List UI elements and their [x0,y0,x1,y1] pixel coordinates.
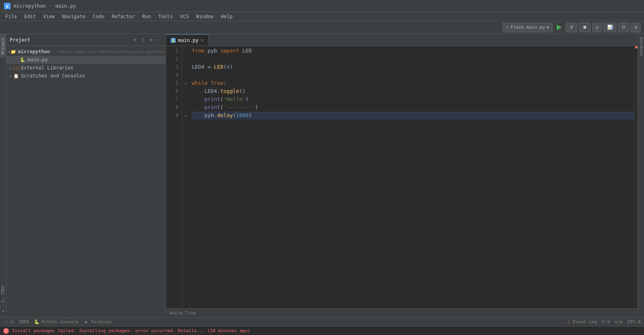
menu-bar: File Edit View Navigate Code Refactor Ru… [0,12,644,21]
gutter-4 [182,71,189,79]
ln-2: 2 [166,55,178,63]
menu-tools[interactable]: Tools [155,13,176,20]
favorites-tab[interactable]: ★ [0,306,6,317]
settings-small-btn[interactable]: ⚙ [148,37,154,43]
tree-root[interactable]: ▼ 📁 micropython C:\Users\Administrator\D… [6,48,166,56]
menu-view[interactable]: View [40,13,58,20]
project-title: Project [10,37,30,43]
title-bar: μ micropython – main.py [0,0,644,12]
gutter-6 [182,87,189,95]
ln-6: 6 [166,87,178,95]
stop-button[interactable]: ⏹ [579,23,591,32]
tree-ext-libs[interactable]: ▶ ||| External Libraries [6,64,166,72]
profile-button[interactable]: 📊 [604,23,617,32]
menu-window[interactable]: Window [193,13,217,20]
todo-tab[interactable]: ✓ 6: TODO [3,319,29,325]
project-panel: Project ⊕ | ⚙ – ▼ 📁 micropython C:\Users… [6,34,166,317]
code-line-2 [192,55,634,63]
code-content[interactable]: from pyb import LED LED4 = LED(4) while … [189,46,638,308]
tab-main-py[interactable]: 🐍 main.py × [166,34,209,46]
file-name: main.py [55,3,76,9]
tree-main-py[interactable]: 🐍 main.py [6,56,166,64]
scratches-chevron[interactable]: ▶ [8,73,13,78]
main-toolbar: ⚡ Flash main.py ▼ ⏸ ⏹ ◎ 📊 ⟳ ⚙ [0,21,644,34]
menu-vcs[interactable]: VCS [177,13,192,20]
terminal-tab[interactable]: ▶ Terminal [84,319,112,325]
menu-code[interactable]: Code [90,13,108,20]
tab-close-btn[interactable]: × [201,38,204,43]
structure-tab[interactable]: 6: TODO [0,282,6,306]
flash-label: Flash main.py [510,25,545,30]
position-text: 9:9 [602,319,610,325]
warning-icon: ! [3,328,9,334]
gutter-9[interactable]: ◁ [182,111,189,119]
gutter-1 [182,47,189,55]
code-line-8: print('--------') [192,103,634,111]
coverage-button[interactable]: ◎ [592,23,602,32]
ln-8: 8 [166,103,178,111]
menu-file[interactable]: File [2,13,20,20]
status-left: ✓ 6: TODO 🐍 Python Console ▶ Terminal [3,319,561,325]
ext-libs-label: External Libraries [21,65,73,71]
code-gutter: ◁ ◁ [182,46,189,308]
ln-9: 9 [166,111,178,119]
event-log-btn[interactable]: ⚠ Event Log [566,319,597,325]
search-everywhere[interactable]: ⟳ [618,23,629,32]
gutter-5[interactable]: ◁ [182,79,189,87]
database-tab[interactable]: Database [638,34,644,60]
line-numbers: 1 2 3 4 5 6 7 8 9 [166,46,182,308]
code-line-9: pyb.delay(1000) [192,111,634,119]
main-layout: Project 6: TODO ★ Project ⊕ | ⚙ – ▼ 📁 mi… [0,34,644,317]
ln-1: 1 [166,47,178,55]
scratches-icon: 📋 [13,73,19,79]
gutter-2 [182,55,189,63]
tab-label: main.py [178,38,199,43]
project-name: micropython [14,3,46,9]
code-line-7: print('Hello') [192,95,634,103]
error-message: Install packages failed: Installing pack… [12,328,250,333]
menu-navigate[interactable]: Navigate [59,13,89,20]
root-label: micropython [18,49,50,54]
terminal-icon: ▶ [84,319,89,325]
encoding-text: UTF-8 [627,319,641,325]
settings-button[interactable]: ⚙ [631,23,641,32]
root-path: C:\Users\Administrator\Desktop\micropyth… [52,49,164,54]
code-line-4 [192,71,634,79]
error-scroll-marker [635,46,638,48]
left-strip: Project 6: TODO ★ [0,34,6,317]
more-btn[interactable]: – [156,37,162,43]
tree-scratches[interactable]: ▶ 📋 Scratches and Consoles [6,72,166,80]
code-line-1: from pyb import LED [192,47,634,55]
play-icon [557,25,562,30]
event-log-label: Event Log [573,319,597,325]
flash-dropdown-icon: ▼ [547,25,549,29]
position-indicator: 9:9 [602,319,610,325]
file-chevron [15,57,19,62]
project-toolbar: ⊕ | ⚙ – [132,37,162,43]
ln-3: 3 [166,63,178,71]
menu-edit[interactable]: Edit [21,13,39,20]
pause-button[interactable]: ⏸ [566,23,577,32]
nav-text: n/a [615,319,623,325]
root-icon: 📁 [10,48,16,55]
encoding-indicator[interactable]: UTF-8 [627,319,641,325]
project-tab[interactable]: Project [0,34,6,58]
py-file-icon: 🐍 [19,57,26,63]
collapse-btn[interactable]: | [140,37,146,43]
status-right: ⚠ Event Log 9:9 n/a UTF-8 [566,319,641,325]
python-console-tab[interactable]: 🐍 Python Console [34,319,79,325]
menu-run[interactable]: Run [139,13,154,20]
code-line-5: while True: [192,79,634,87]
code-line-3: LED4 = LED(4) [192,63,634,71]
app-logo: μ [4,3,10,9]
menu-help[interactable]: Help [218,13,236,20]
nav-indicator: n/a [615,319,623,325]
terminal-label: Terminal [91,319,112,325]
flash-button[interactable]: ⚡ Flash main.py ▼ [503,23,553,32]
ln-5: 5 [166,79,178,87]
run-button[interactable] [554,23,564,32]
gutter-7 [182,95,189,103]
menu-refactor[interactable]: Refactor [108,13,138,20]
libs-icon: ||| [13,65,19,71]
sync-btn[interactable]: ⊕ [132,37,138,43]
